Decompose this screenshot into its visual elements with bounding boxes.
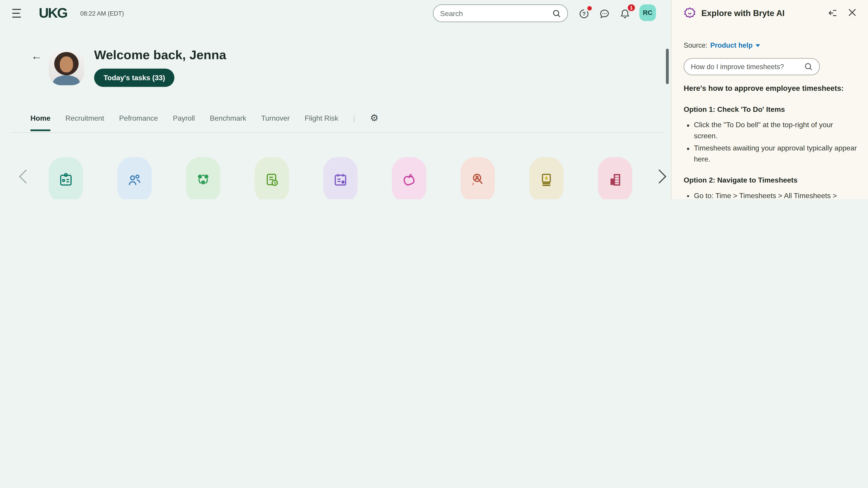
people-group-icon	[186, 157, 220, 199]
tabs-divider: |	[353, 114, 355, 122]
page-scrollbar-thumb[interactable]	[666, 49, 669, 84]
answer-heading: Here's how to approve employee timesheet…	[684, 83, 857, 94]
header-time: 08:22 AM (EDT)	[80, 10, 124, 17]
bell-badge: 1	[628, 4, 635, 11]
page-title: Welcome back, Jenna	[94, 48, 226, 63]
close-icon[interactable]	[848, 8, 857, 17]
tab-turnover[interactable]: Turnover	[261, 114, 289, 129]
carousel-right-chevron-icon[interactable]	[652, 169, 666, 184]
tab-payroll[interactable]: Payroll	[173, 114, 195, 129]
tabs-settings-gear-icon[interactable]: ⚙	[370, 112, 378, 124]
global-search-input[interactable]: Search	[433, 4, 568, 22]
notifications-bell-icon[interactable]: 1	[619, 8, 631, 20]
people-icon	[117, 157, 152, 199]
source-label: Source:	[684, 41, 708, 49]
ukg-dashboard: UKG 08:22 AM (EDT) Search ? 1 RC ← Welco…	[0, 0, 868, 199]
app-tile-timekeeping[interactable]: Timekeeping &...	[241, 157, 302, 199]
buildings-icon	[598, 157, 632, 199]
timesheet-clock-icon	[255, 157, 289, 199]
app-tile-benefits[interactable]: Benefits & ACA	[379, 157, 439, 199]
calendar-icon	[323, 157, 358, 199]
source-value[interactable]: Product help	[710, 41, 752, 49]
app-tile-our-company[interactable]: Our Company/...	[585, 157, 645, 199]
tabs-underline	[11, 132, 664, 133]
candidate-search-icon	[461, 157, 495, 199]
todays-tasks-button[interactable]: Today's tasks (33)	[94, 69, 175, 87]
search-icon	[553, 9, 561, 18]
carousel-left-chevron-icon[interactable]	[19, 169, 33, 184]
app-tile-my-employees[interactable]: My Employees	[104, 157, 165, 199]
expand-panel-icon[interactable]	[828, 8, 837, 18]
ukg-logo: UKG	[39, 5, 67, 21]
back-arrow-icon[interactable]: ←	[31, 50, 42, 62]
option-2-heading: Option 2: Navigate to Timesheets	[684, 175, 857, 186]
option-1-heading: Option 1: Check 'To Do' Items	[684, 104, 857, 115]
payroll-document-icon	[529, 157, 563, 199]
user-avatar[interactable]: RC	[640, 4, 656, 21]
tab-benchmark[interactable]: Benchmark	[210, 114, 246, 129]
tab-flight-risk[interactable]: Flight Risk	[305, 114, 338, 129]
app-tile-recruitment[interactable]: Recruitment	[447, 157, 508, 199]
dashboard-tabs: Home Recruitment Pefromance Payroll Benc…	[31, 114, 664, 131]
tab-recruitment[interactable]: Recruitment	[65, 114, 104, 129]
source-caret-icon[interactable]	[755, 44, 760, 47]
bryte-search-input[interactable]: How do I improve timesheets?	[684, 58, 819, 75]
jenna-avatar	[49, 50, 84, 85]
id-card-icon	[49, 157, 83, 199]
help-notification-dot	[587, 6, 592, 11]
tab-home[interactable]: Home	[31, 114, 51, 131]
app-tile-hr-maintenance[interactable]: HR Maintenan...	[173, 157, 234, 199]
tab-performance[interactable]: Pefromance	[119, 114, 158, 129]
hamburger-menu-icon[interactable]	[12, 9, 23, 18]
bryte-answer: Here's how to approve employee timesheet…	[684, 83, 857, 199]
chat-icon[interactable]	[598, 8, 611, 20]
app-tile-my-account[interactable]: My Account	[35, 157, 96, 199]
search-icon	[804, 63, 813, 71]
svg-text:?: ?	[582, 11, 586, 17]
app-tile-payroll[interactable]: Payroll	[516, 157, 577, 199]
app-tile-scheduling[interactable]: Scheduling	[310, 157, 371, 199]
bryte-ai-badge-icon	[684, 6, 696, 19]
apple-icon	[392, 157, 426, 199]
help-icon[interactable]: ?	[578, 8, 590, 20]
bryte-panel-title: Explore with Bryte AI	[702, 8, 784, 18]
bryte-ai-panel: Explore with Bryte AI Source: Product he…	[671, 0, 868, 199]
